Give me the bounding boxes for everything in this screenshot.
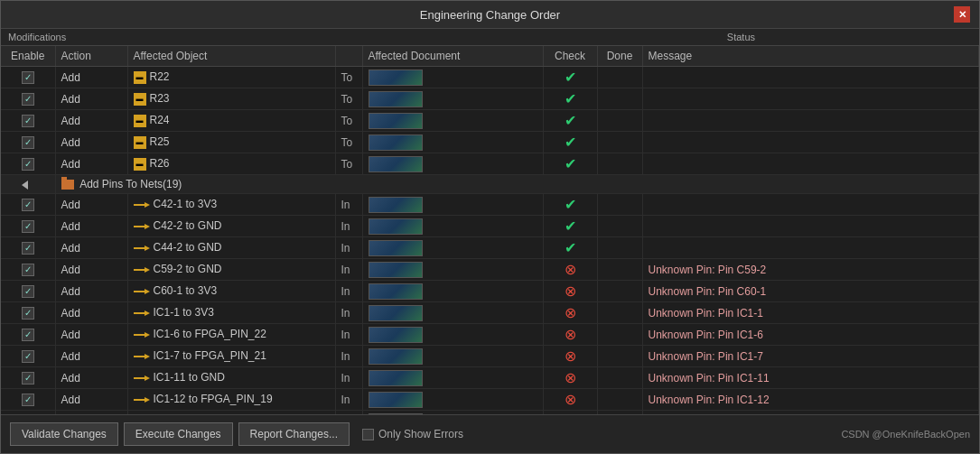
status-ok-icon: ✔ <box>565 156 576 171</box>
status-ok-icon: ✔ <box>565 240 576 255</box>
status-err-icon: ⊗ <box>565 327 576 342</box>
col-action: Action <box>55 46 127 67</box>
only-errors-checkbox[interactable] <box>362 429 374 440</box>
enable-checkbox[interactable] <box>22 136 34 149</box>
row-action: Add <box>55 88 127 110</box>
row-enable[interactable] <box>1 132 55 153</box>
table-row: Add ▬R25 To ✔ <box>1 132 979 153</box>
execute-button[interactable]: Execute Changes <box>124 422 233 446</box>
row-done <box>597 259 642 281</box>
enable-checkbox[interactable] <box>22 71 34 84</box>
resistor-icon: ▬ <box>134 115 146 127</box>
doc-thumbnail <box>369 69 423 86</box>
enable-checkbox[interactable] <box>22 394 34 406</box>
enable-checkbox[interactable] <box>22 199 34 211</box>
row-enable[interactable] <box>1 259 55 281</box>
row-enable[interactable] <box>1 216 55 237</box>
row-enable[interactable] <box>1 367 55 389</box>
enable-checkbox[interactable] <box>22 285 34 298</box>
row-check: ✔ <box>543 132 597 153</box>
enable-checkbox[interactable] <box>22 264 34 276</box>
row-enable[interactable] <box>1 237 55 259</box>
row-done <box>597 67 642 88</box>
row-done <box>597 110 642 132</box>
enable-checkbox[interactable] <box>22 115 34 127</box>
row-done <box>597 153 642 175</box>
row-enable[interactable] <box>1 153 55 175</box>
row-done <box>597 389 642 411</box>
row-enable[interactable] <box>1 389 55 411</box>
row-check: ⊗ <box>543 259 597 281</box>
row-rel: To <box>335 110 362 132</box>
row-doc <box>362 259 543 281</box>
row-enable[interactable] <box>1 302 55 324</box>
row-doc <box>362 67 543 88</box>
row-action: Add <box>55 132 127 153</box>
row-message <box>642 110 979 132</box>
row-message: Unknown Pin: Pin C60-1 <box>642 281 979 302</box>
status-err-icon: ⊗ <box>565 305 576 320</box>
report-button[interactable]: Report Changes... <box>238 422 350 446</box>
enable-checkbox[interactable] <box>22 350 34 363</box>
enable-checkbox[interactable] <box>22 158 34 171</box>
row-done <box>597 216 642 237</box>
title-bar: Engineering Change Order ✕ <box>1 1 979 29</box>
row-check: ✔ <box>543 153 597 175</box>
rel-label: In <box>341 242 350 255</box>
row-done <box>597 302 642 324</box>
row-action: Add <box>55 281 127 302</box>
svg-marker-5 <box>145 246 150 251</box>
col-enable: Enable <box>1 46 55 67</box>
row-doc <box>362 389 543 411</box>
row-rel: In <box>335 216 362 237</box>
close-button[interactable]: ✕ <box>954 6 970 23</box>
enable-checkbox[interactable] <box>22 93 34 106</box>
svg-marker-19 <box>145 397 150 403</box>
row-enable[interactable] <box>1 346 55 367</box>
only-errors-label[interactable]: Only Show Errors <box>362 428 463 440</box>
table-row: Add C60-1 to 3V3 In ⊗ Unknown Pin: Pin C… <box>1 281 979 302</box>
enable-checkbox[interactable] <box>22 307 34 320</box>
row-enable[interactable] <box>1 88 55 110</box>
doc-thumbnail <box>369 327 423 343</box>
status-err-icon: ⊗ <box>565 283 576 299</box>
row-enable[interactable] <box>1 324 55 346</box>
row-action: Add <box>55 259 127 281</box>
status-ok-icon: ✔ <box>565 134 576 150</box>
row-doc <box>362 346 543 367</box>
row-enable[interactable] <box>1 194 55 216</box>
row-check: ✔ <box>543 110 597 132</box>
table-row: Add C42-1 to 3V3 In ✔ <box>1 194 979 216</box>
row-doc <box>362 132 543 153</box>
status-err-icon: ⊗ <box>565 348 576 364</box>
resistor-icon: ▬ <box>134 136 146 149</box>
row-message <box>642 194 979 216</box>
resistor-icon: ▬ <box>134 93 146 106</box>
row-enable[interactable] <box>1 67 55 88</box>
row-action: Add <box>55 324 127 346</box>
row-message <box>642 216 979 237</box>
svg-marker-15 <box>145 354 150 359</box>
rel-label: In <box>341 372 350 385</box>
row-object: ▬R22 <box>127 67 335 88</box>
row-enable[interactable] <box>1 281 55 302</box>
table-row: Add C59-2 to GND In ⊗ Unknown Pin: Pin C… <box>1 259 979 281</box>
rel-label: In <box>341 285 350 298</box>
table-row: Add IC1-12 to FPGA_PIN_19 In ⊗ Unknown P… <box>1 389 979 411</box>
rel-label: To <box>341 115 353 127</box>
row-enable[interactable] <box>1 110 55 132</box>
pin-icon <box>134 285 150 298</box>
enable-checkbox[interactable] <box>22 242 34 255</box>
col-affected-doc: Affected Document <box>362 46 543 67</box>
col-check: Check <box>543 46 597 67</box>
validate-button[interactable]: Validate Changes <box>10 422 118 446</box>
folder-icon <box>61 180 74 190</box>
enable-checkbox[interactable] <box>22 372 34 385</box>
row-check: ✔ <box>543 67 597 88</box>
group-expand[interactable] <box>1 175 55 194</box>
doc-thumbnail <box>369 91 423 107</box>
dialog-title: Engineering Change Order <box>26 8 954 22</box>
status-ok-icon: ✔ <box>565 91 576 107</box>
enable-checkbox[interactable] <box>22 329 34 341</box>
enable-checkbox[interactable] <box>22 220 34 233</box>
